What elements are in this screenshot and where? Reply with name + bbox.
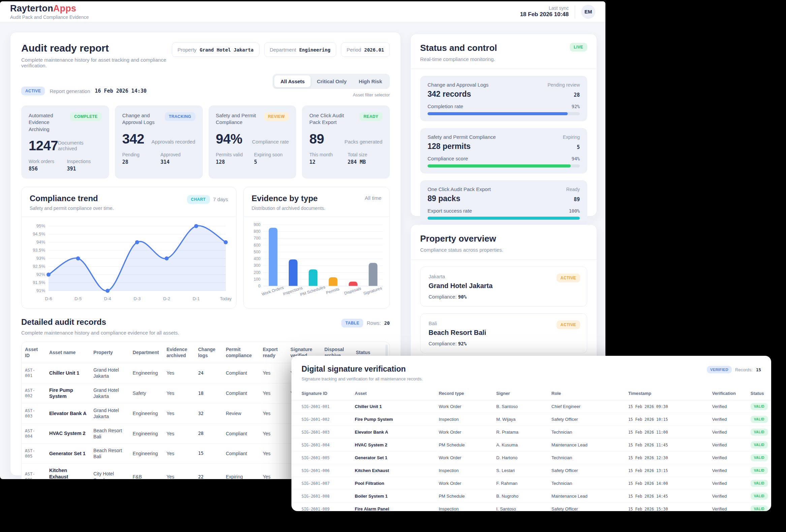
column-header[interactable]: Permit compliance: [222, 342, 259, 363]
cell-asset: Kitchen Exhaust: [351, 464, 435, 477]
status-title: Status and control: [420, 43, 497, 53]
signature-row[interactable]: SIG-2601-008Boiler System 1PM ScheduleB.…: [292, 490, 771, 503]
filter-chip-department[interactable]: DepartmentEngineering: [264, 43, 336, 57]
column-header[interactable]: Property: [90, 342, 130, 363]
cell-property: Grand Hotel Jakarta: [90, 383, 130, 403]
cell-permit-compliance: Review: [222, 403, 259, 423]
stat-substat-value: 856: [29, 166, 63, 172]
signature-row[interactable]: SIG-2601-004HVAC System 2PM ScheduleA. K…: [292, 439, 771, 452]
filter-chip-label: Period: [347, 47, 361, 52]
cell-status: VALID: [747, 503, 771, 511]
column-header[interactable]: Asset: [351, 387, 435, 400]
cell-timestamp: 15 Feb 2026 14:00: [625, 477, 709, 490]
cell-export-ready: Yes: [259, 464, 287, 479]
status-card-row: Safety and Permit ComplianceExpiring: [427, 134, 580, 140]
stat-card-title: Change and Approval Logs: [122, 112, 162, 126]
signature-row[interactable]: SIG-2601-001Chiller Unit 1Work OrderB. S…: [292, 400, 771, 413]
asset-filter-tabs: All AssetsCritical OnlyHigh Risk: [273, 74, 390, 89]
cell-role: Chief Engineer: [548, 400, 625, 413]
column-header[interactable]: Status: [747, 387, 771, 400]
brand-accent: Apps: [53, 3, 76, 14]
avatar[interactable]: EM: [581, 5, 595, 19]
stat-card-mid: 342Approvals recorded: [122, 132, 195, 146]
stat-substat: Work orders856: [29, 159, 63, 172]
signature-row[interactable]: SIG-2601-009Fire Alarm PanelInspectionI.…: [292, 503, 771, 511]
column-header[interactable]: Signature ID: [292, 387, 351, 400]
svg-text:500: 500: [254, 250, 260, 254]
filter-chip-value: Engineering: [299, 47, 330, 52]
filter-chip-period[interactable]: Period2026.01: [341, 43, 390, 57]
column-header[interactable]: Asset ID: [22, 342, 46, 363]
column-header[interactable]: Export ready: [259, 342, 287, 363]
report-generation-block: ACTIVE Report generation 16 Feb 2026 14:…: [21, 87, 146, 97]
status-card-side-label: Ready: [567, 187, 580, 192]
column-header[interactable]: Change logs: [195, 342, 222, 363]
brand-block: RaytertonApps Audit Pack and Compliance …: [10, 3, 89, 20]
valid-badge: VALID: [750, 467, 768, 474]
status-card-rate-value: 94%: [572, 156, 580, 161]
cell-signer: B. Santoso: [493, 400, 548, 413]
signature-row[interactable]: SIG-2601-002Fire Pump SystemInspectionM.…: [292, 413, 771, 426]
svg-text:100: 100: [254, 277, 260, 282]
tab-all-assets[interactable]: All Assets: [274, 75, 310, 87]
evidence-by-type-card: Evidence by type Distribution of archive…: [243, 187, 390, 309]
status-card-side-value: 28: [574, 92, 580, 98]
svg-text:93.5%: 93.5%: [33, 248, 45, 253]
cell-asset-name: Generator Set 1: [46, 443, 90, 463]
stat-card: Change and Approval LogsTRACKING342Appro…: [115, 106, 203, 179]
status-and-control-panel: Status and control Real-time compliance …: [410, 34, 597, 216]
evidence-by-type-chart: 0100200300400500600700800900Work OrdersI…: [244, 217, 390, 308]
signature-row[interactable]: SIG-2601-003Elevator Bank AWork OrderR. …: [292, 426, 771, 439]
cell-signature-id: SIG-2601-002: [292, 413, 351, 426]
tab-high-risk[interactable]: High Risk: [353, 75, 388, 87]
cell-timestamp: 15 Feb 2026 11:45: [625, 439, 709, 452]
trend-range: 7 days: [213, 196, 228, 202]
cell-verification: Verified: [709, 490, 747, 503]
cell-evidence-archived: Yes: [163, 464, 195, 479]
asset-filter-caption: Asset filter selector: [353, 92, 390, 97]
column-header[interactable]: Record type: [435, 387, 493, 400]
stat-card: Automated Evidence ArchivingCOMPLETE1247…: [21, 106, 109, 179]
column-header[interactable]: Verification: [709, 387, 747, 400]
valid-badge: VALID: [750, 429, 768, 436]
filter-chip-property[interactable]: PropertyGrand Hotel Jakarta: [172, 43, 259, 57]
filter-chips: PropertyGrand Hotel JakartaDepartmentEng…: [172, 43, 390, 68]
live-badge: LIVE: [570, 43, 587, 51]
signature-subtitle: Signature tracking and verification for …: [302, 376, 423, 381]
cell-export-ready: Yes: [259, 443, 287, 463]
cell-department: Safety: [130, 383, 163, 403]
cell-signature-id: SIG-2601-003: [292, 426, 351, 439]
cell-timestamp: 15 Feb 2026 11:00: [625, 426, 709, 439]
cell-asset: Generator Set 1: [351, 452, 435, 464]
progress-bar-track: [427, 164, 580, 167]
svg-text:95%: 95%: [37, 223, 45, 228]
progress-bar-fill: [427, 217, 580, 220]
property-divider: [411, 259, 597, 260]
column-header[interactable]: Role: [548, 387, 625, 400]
signature-row[interactable]: SIG-2601-005Generator Set 1Work OrderD. …: [292, 452, 771, 464]
signature-header: Digital signature verification Signature…: [302, 365, 761, 381]
column-header[interactable]: Department: [130, 342, 163, 363]
property-title-block: Property overview Compliance status acro…: [420, 233, 503, 253]
evidence-title: Evidence by type: [252, 194, 325, 203]
column-header[interactable]: Evidence archived: [163, 342, 195, 363]
stat-substat: Approved314: [160, 152, 195, 165]
column-header[interactable]: Asset name: [46, 342, 90, 363]
signature-row[interactable]: SIG-2601-007Pool FiltrationWork OrderF. …: [292, 477, 771, 490]
audit-records-subtitle: Complete maintenance history and complia…: [21, 330, 179, 336]
stat-card-header: One Click Audit Pack ExportREADY: [309, 112, 383, 126]
signature-row[interactable]: SIG-2601-006Kitchen ExhaustInspectionS. …: [292, 464, 771, 477]
property-card[interactable]: JakartaGrand Hotel JakartaCompliance: 90…: [420, 267, 587, 307]
progress-bar-fill: [427, 112, 568, 115]
topbar-divider: [575, 5, 575, 18]
cell-role: Technician: [548, 477, 625, 490]
column-header[interactable]: Timestamp: [625, 387, 709, 400]
column-header[interactable]: Signer: [493, 387, 548, 400]
property-compliance-label: Compliance:: [429, 341, 458, 346]
stat-card-title: One Click Audit Pack Export: [309, 112, 353, 126]
records-label: Records:: [735, 367, 753, 372]
property-card[interactable]: BaliBeach Resort BaliCompliance: 92%ACTI…: [420, 313, 587, 353]
svg-text:PM Schedules: PM Schedules: [300, 284, 326, 297]
tab-critical-only[interactable]: Critical Only: [310, 75, 352, 87]
stat-card-substats: This month12Total size284 MB: [309, 152, 383, 165]
